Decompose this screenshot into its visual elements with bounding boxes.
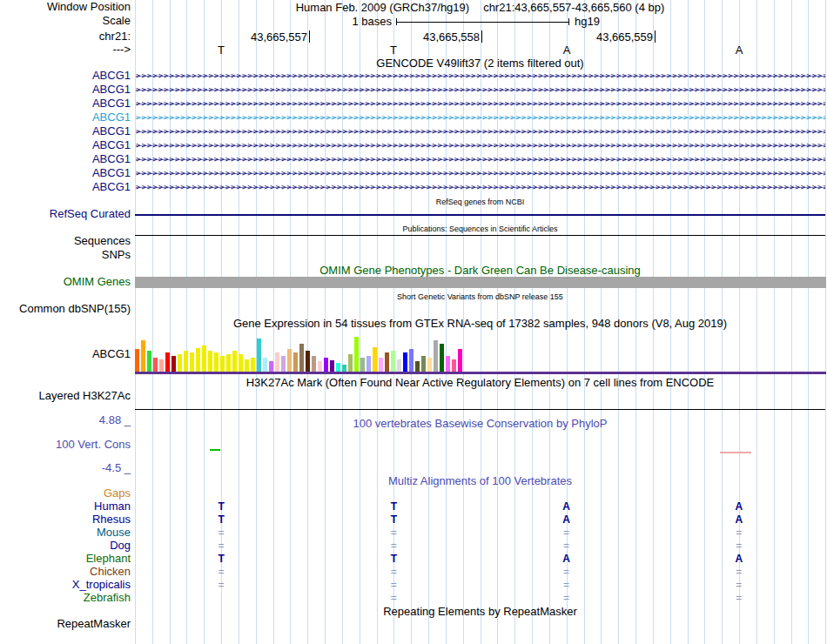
- gene-label-abcg1[interactable]: ABCG1: [0, 70, 131, 82]
- track-label-common-dbsnp[interactable]: Common dbSNP(155): [0, 303, 131, 315]
- gtex-expression-bar[interactable]: [184, 351, 188, 372]
- gtex-expression-bar[interactable]: [226, 354, 231, 372]
- gtex-expression-bar[interactable]: [391, 351, 395, 372]
- gtex-expression-bar[interactable]: [397, 359, 401, 372]
- species-label-elephant[interactable]: Elephant: [0, 553, 131, 565]
- gtex-expression-bar[interactable]: [354, 337, 359, 372]
- gtex-expression-bar[interactable]: [299, 344, 304, 372]
- gtex-expression-bar[interactable]: [239, 354, 243, 372]
- publications-track-line[interactable]: [135, 235, 825, 236]
- gene-intron-arrows[interactable]: >>>>>>>>>>>>>>>>>>>>>>>>>>>>>>>>>>>>>>>>…: [136, 111, 825, 124]
- gtex-expression-bar[interactable]: [165, 352, 170, 372]
- gene-intron-arrows[interactable]: >>>>>>>>>>>>>>>>>>>>>>>>>>>>>>>>>>>>>>>>…: [136, 97, 825, 110]
- track-title-gtex[interactable]: Gene Expression in 54 tissues from GTEx …: [135, 318, 825, 330]
- gene-label-abcg1[interactable]: ABCG1: [0, 125, 131, 138]
- track-title-phylop[interactable]: 100 vertebrates Basewise Conservation by…: [135, 418, 825, 430]
- gene-intron-arrows[interactable]: >>>>>>>>>>>>>>>>>>>>>>>>>>>>>>>>>>>>>>>>…: [136, 153, 825, 165]
- gtex-expression-bar[interactable]: [159, 359, 164, 372]
- gtex-expression-bar[interactable]: [269, 361, 273, 372]
- gtex-expression-bar[interactable]: [342, 365, 346, 372]
- gene-label-abcg1[interactable]: ABCG1: [0, 97, 131, 110]
- track-title-h3k27ac[interactable]: H3K27Ac Mark (Often Found Near Active Re…: [135, 377, 825, 389]
- species-label-rhesus[interactable]: Rhesus: [0, 513, 131, 526]
- track-label-refseq-curated[interactable]: RefSeq Curated: [0, 208, 131, 220]
- gtex-expression-bar[interactable]: [251, 358, 255, 372]
- species-label-human[interactable]: Human: [0, 500, 131, 513]
- track-label-repeatmasker[interactable]: RepeatMasker: [0, 618, 131, 630]
- gtex-expression-bar[interactable]: [379, 358, 383, 372]
- gtex-expression-bar[interactable]: [214, 352, 219, 372]
- gtex-expression-bar[interactable]: [281, 356, 286, 372]
- track-label-gtex-abcg1[interactable]: ABCG1: [0, 348, 131, 360]
- gene-label-abcg1[interactable]: ABCG1: [0, 153, 131, 165]
- track-title-refseq[interactable]: RefSeq genes from NCBI: [135, 198, 825, 206]
- gtex-expression-bar[interactable]: [135, 349, 139, 372]
- species-label-chicken[interactable]: Chicken: [0, 566, 131, 578]
- gtex-expression-bar[interactable]: [366, 356, 371, 372]
- track-label-sequences[interactable]: Sequences: [0, 235, 131, 247]
- species-label-x_tropicalis[interactable]: X_tropicalis: [0, 579, 131, 591]
- gene-intron-arrows[interactable]: >>>>>>>>>>>>>>>>>>>>>>>>>>>>>>>>>>>>>>>>…: [136, 139, 825, 151]
- gene-intron-arrows[interactable]: >>>>>>>>>>>>>>>>>>>>>>>>>>>>>>>>>>>>>>>>…: [136, 181, 825, 193]
- track-title-omim[interactable]: OMIM Gene Phenotypes - Dark Green Can Be…: [135, 265, 825, 277]
- gtex-expression-bar[interactable]: [427, 358, 432, 372]
- species-label-dog[interactable]: Dog: [0, 540, 131, 552]
- gene-intron-arrows[interactable]: >>>>>>>>>>>>>>>>>>>>>>>>>>>>>>>>>>>>>>>>…: [136, 70, 825, 82]
- gtex-expression-bar[interactable]: [263, 358, 267, 372]
- track-title-dbsnp[interactable]: Short Genetic Variants from dbSNP releas…: [135, 292, 825, 301]
- gtex-expression-bar[interactable]: [141, 340, 145, 372]
- species-label-zebrafish[interactable]: Zebrafish: [0, 592, 131, 604]
- gtex-expression-bar[interactable]: [403, 352, 407, 372]
- gene-label-abcg1[interactable]: ABCG1: [0, 111, 131, 124]
- gtex-expression-bar[interactable]: [421, 356, 426, 372]
- gtex-expression-bar[interactable]: [178, 354, 182, 372]
- gtex-expression-bar[interactable]: [458, 349, 462, 372]
- gene-label-abcg1[interactable]: ABCG1: [0, 167, 131, 179]
- track-title-multiz[interactable]: Multiz Alignments of 100 Vertebrates: [135, 475, 825, 487]
- gtex-expression-bar[interactable]: [385, 352, 389, 372]
- omim-genes-bar[interactable]: [135, 277, 826, 288]
- gtex-expression-bar[interactable]: [275, 352, 279, 372]
- track-label-snps[interactable]: SNPs: [0, 249, 131, 261]
- gene-label-abcg1[interactable]: ABCG1: [0, 181, 131, 193]
- track-label-100-vert-cons[interactable]: 100 Vert. Cons: [0, 439, 131, 451]
- gtex-expression-bar[interactable]: [220, 356, 225, 372]
- gtex-expression-bar[interactable]: [153, 358, 158, 372]
- gtex-expression-bar[interactable]: [232, 351, 237, 372]
- gtex-expression-bar[interactable]: [147, 351, 151, 372]
- gtex-expression-bar[interactable]: [434, 340, 438, 372]
- gtex-expression-bar[interactable]: [452, 359, 456, 372]
- gtex-expression-bar[interactable]: [348, 354, 353, 372]
- gene-label-abcg1[interactable]: ABCG1: [0, 139, 131, 151]
- gtex-expression-bar[interactable]: [257, 339, 261, 372]
- gtex-expression-bar[interactable]: [330, 360, 334, 372]
- gtex-expression-bar[interactable]: [312, 356, 316, 372]
- gtex-expression-bar[interactable]: [415, 361, 420, 372]
- gene-intron-arrows[interactable]: >>>>>>>>>>>>>>>>>>>>>>>>>>>>>>>>>>>>>>>>…: [136, 84, 825, 96]
- gtex-expression-bar[interactable]: [293, 352, 298, 372]
- gtex-expression-bar[interactable]: [324, 358, 328, 372]
- gtex-expression-bar[interactable]: [306, 351, 310, 372]
- track-title-publications[interactable]: Publications: Sequences in Scientific Ar…: [135, 225, 825, 233]
- gtex-expression-bar[interactable]: [360, 358, 365, 372]
- species-label-mouse[interactable]: Mouse: [0, 527, 131, 539]
- track-label-omim-genes[interactable]: OMIM Genes: [0, 276, 131, 288]
- gtex-expression-bar[interactable]: [446, 356, 450, 372]
- track-title-gencode[interactable]: GENCODE V49lift37 (2 items filtered out): [135, 57, 825, 70]
- gtex-expression-bar[interactable]: [196, 348, 200, 372]
- gtex-expression-bar[interactable]: [373, 347, 377, 372]
- track-title-repeatmasker[interactable]: Repeating Elements by RepeatMasker: [135, 606, 825, 618]
- gene-label-abcg1[interactable]: ABCG1: [0, 84, 131, 96]
- gene-intron-arrows[interactable]: >>>>>>>>>>>>>>>>>>>>>>>>>>>>>>>>>>>>>>>>…: [136, 167, 825, 179]
- gtex-expression-bar[interactable]: [208, 351, 212, 372]
- refseq-curated-track-line[interactable]: [135, 214, 825, 216]
- gtex-expression-bar[interactable]: [245, 359, 249, 372]
- gene-intron-arrows[interactable]: >>>>>>>>>>>>>>>>>>>>>>>>>>>>>>>>>>>>>>>>…: [136, 125, 825, 138]
- gtex-expression-bar[interactable]: [440, 344, 444, 372]
- species-label-gaps[interactable]: Gaps: [0, 487, 131, 500]
- gtex-expression-bar[interactable]: [171, 356, 176, 372]
- track-label-layered-h3k27ac[interactable]: Layered H3K27Ac: [0, 390, 131, 402]
- gtex-expression-bar[interactable]: [190, 352, 194, 372]
- gtex-expression-barchart[interactable]: [135, 335, 464, 372]
- gtex-expression-bar[interactable]: [202, 345, 206, 372]
